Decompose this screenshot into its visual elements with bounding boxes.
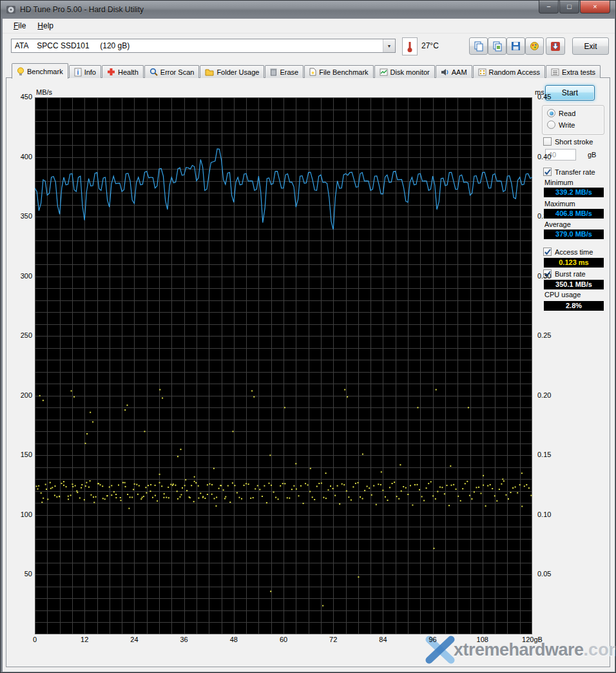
short-stroke-label: Short stroke <box>555 138 593 146</box>
short-stroke-unit-label: gB <box>588 151 596 159</box>
copy-text-icon <box>474 41 484 52</box>
magnifier-icon <box>149 68 158 76</box>
tab-aam[interactable]: AAM <box>436 65 472 78</box>
axis-tick-label: 0.40 <box>537 153 563 161</box>
toolbar: ATA SPCC SSD101 (120 gB) ▼ 27°C <box>3 33 615 63</box>
tab-label: Benchmark <box>27 68 63 75</box>
axis-tick-label: 24 <box>121 636 147 643</box>
exit-button[interactable]: Exit <box>572 37 609 55</box>
maximize-icon: □ <box>567 3 572 10</box>
read-option[interactable]: Read <box>547 109 575 117</box>
maximize-button[interactable]: □ <box>559 1 579 14</box>
axis-tick-label: 150 <box>6 451 32 458</box>
exit-button-label: Exit <box>584 42 597 51</box>
window-title: HD Tune Pro 5.00 - Hard Disk Utility <box>20 5 144 14</box>
left-axis-unit: MB/s <box>36 88 52 96</box>
cpu-usage-label: CPU usage <box>544 291 581 298</box>
read-radio[interactable] <box>547 109 555 117</box>
axis-tick-label: 48 <box>221 636 247 643</box>
axis-tick-label: 120gB <box>519 636 545 643</box>
maximum-label: Maximum <box>544 200 575 208</box>
drive-select[interactable]: ATA SPCC SSD101 (120 gB) ▼ <box>11 39 396 53</box>
axis-tick-label: 350 <box>6 212 32 220</box>
save-button[interactable] <box>506 37 525 55</box>
axis-tick-label: 12 <box>72 636 97 643</box>
access-time-checkbox[interactable] <box>543 248 552 256</box>
temperature-value: 27°C <box>421 41 439 50</box>
info-icon: i <box>74 68 82 77</box>
short-stroke-option[interactable]: Short stroke <box>543 137 593 146</box>
health-cross-icon <box>107 68 115 76</box>
tab-label: Extra tests <box>562 68 595 76</box>
axis-tick-label: 0.35 <box>537 212 563 220</box>
download-button[interactable] <box>546 37 565 55</box>
short-stroke-checkbox[interactable] <box>543 137 552 146</box>
axis-tick-label: 96 <box>420 636 446 643</box>
tab-file-benchmark[interactable]: File Benchmark <box>304 65 373 78</box>
axis-tick-label: 400 <box>6 153 32 161</box>
axis-tick-label: 0.10 <box>537 511 563 518</box>
tab-benchmark[interactable]: Benchmark <box>12 63 68 79</box>
watermark-suffix: .com <box>584 640 616 660</box>
axis-tick-label: 0.25 <box>537 331 563 339</box>
minimize-icon: − <box>546 3 550 10</box>
tab-erase[interactable]: Erase <box>265 65 303 78</box>
chevron-down-icon[interactable]: ▼ <box>383 39 395 52</box>
axis-tick-label: 0.20 <box>537 391 563 399</box>
app-window: HD Tune Pro 5.00 - Hard Disk Utility − □… <box>0 0 616 673</box>
title-bar[interactable]: HD Tune Pro 5.00 - Hard Disk Utility − □… <box>1 1 615 19</box>
download-arrow-icon <box>550 41 561 52</box>
write-radio[interactable] <box>547 121 555 129</box>
tab-health[interactable]: Health <box>102 65 144 78</box>
axis-tick-label: 250 <box>6 331 32 339</box>
axis-tick-label: 108 <box>470 636 496 643</box>
axis-tick-label: 84 <box>370 636 396 643</box>
menu-bar: File Help <box>3 19 615 34</box>
extra-tests-icon <box>551 68 559 76</box>
minimize-button[interactable]: − <box>539 1 559 14</box>
transfer-rate-label: Transfer rate <box>555 168 595 176</box>
check-icon <box>544 168 551 176</box>
access-time-value: 0.123 ms <box>544 258 604 268</box>
transfer-rate-checkbox[interactable] <box>543 168 552 176</box>
menu-file[interactable]: File <box>8 19 32 32</box>
menu-help[interactable]: Help <box>32 19 59 32</box>
tab-label: Folder Usage <box>217 68 259 76</box>
close-button[interactable]: × <box>580 1 610 14</box>
window-controls: − □ × <box>538 1 610 14</box>
short-stroke-unit: gB <box>588 151 596 159</box>
colors-button[interactable] <box>525 37 544 55</box>
minimum-label: Minimum <box>544 179 573 186</box>
tab-disk-monitor[interactable]: Disk monitor <box>374 65 435 78</box>
copy-image-button[interactable] <box>488 37 506 55</box>
cpu-usage-value: 2.8% <box>544 301 604 311</box>
tab-extra-tests[interactable]: Extra tests <box>546 65 601 78</box>
trash-icon <box>270 68 277 76</box>
tab-label: Random Access <box>489 68 540 76</box>
axis-tick-label: 0.15 <box>537 451 563 458</box>
tab-error-scan[interactable]: Error Scan <box>144 65 200 78</box>
axis-tick-label: 100 <box>6 511 32 518</box>
access-time-option[interactable]: Access time <box>543 248 593 256</box>
axis-tick-label: 200 <box>6 391 32 399</box>
tab-label: Info <box>84 68 96 76</box>
save-icon <box>511 41 521 51</box>
tab-folder-usage[interactable]: Folder Usage <box>200 65 264 78</box>
tab-info[interactable]: i Info <box>69 65 101 78</box>
axis-tick-label: 60 <box>271 636 296 643</box>
write-option[interactable]: Write <box>547 121 575 129</box>
average-label: Average <box>544 220 571 228</box>
tab-random-access[interactable]: Random Access <box>473 65 545 78</box>
axis-tick-label: 0.45 <box>537 93 563 101</box>
axis-tick-label: 50 <box>6 570 32 578</box>
transfer-rate-option[interactable]: Transfer rate <box>543 168 595 176</box>
tab-strip: Benchmark i Info Health Error Scan Folde… <box>12 63 601 78</box>
random-access-icon <box>478 68 486 76</box>
lightbulb-icon <box>17 67 24 76</box>
file-benchmark-icon <box>309 68 316 76</box>
axis-tick-label: 0.30 <box>537 272 563 280</box>
copy-text-button[interactable] <box>469 37 488 55</box>
check-icon <box>544 248 551 256</box>
disk-monitor-icon <box>380 68 388 76</box>
axis-tick-label: 450 <box>6 93 32 101</box>
